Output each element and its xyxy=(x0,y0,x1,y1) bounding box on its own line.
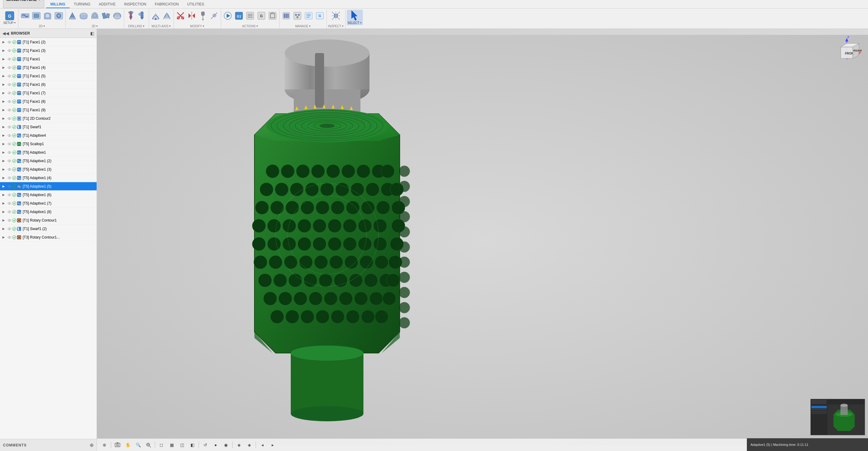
drilling-group-label[interactable]: DRILLING xyxy=(128,25,142,28)
tree-expand-face1-4[interactable]: ▶ xyxy=(2,66,7,69)
eye-icon-adaptive1-2[interactable] xyxy=(7,159,11,163)
manage4-button[interactable]: G xyxy=(314,10,325,22)
tree-expand-rotary-contour1[interactable]: ▶ xyxy=(2,219,7,222)
eye-icon-adaptive1-6[interactable] xyxy=(7,193,11,197)
tree-item-scallop1[interactable]: ▶[T5] Scallop1 xyxy=(0,140,97,148)
tree-expand-face1-3[interactable]: ▶ xyxy=(2,49,7,52)
tree-expand-adaptive1-4[interactable]: ▶ xyxy=(2,176,7,179)
viewport-zoom-fit-button[interactable]: 🔍 xyxy=(133,441,143,449)
viewport-camera-button[interactable]: ◉ xyxy=(221,441,230,449)
eye-icon-face1-2[interactable] xyxy=(7,40,11,44)
inspect-button[interactable] xyxy=(331,10,341,22)
browser-pin-button[interactable]: ◧ xyxy=(90,31,94,36)
eye-icon-adaptive1-4[interactable] xyxy=(7,176,11,180)
2d-bore-button[interactable] xyxy=(53,10,64,22)
3d-pocket-button[interactable] xyxy=(78,10,89,22)
drill-button[interactable] xyxy=(125,10,136,22)
tree-item-adaptive1-4[interactable]: ▶[T5] Adaptive1 (4) xyxy=(0,174,97,182)
tree-item-swarf1-2[interactable]: ▶[T1] Swarf1 (2) xyxy=(0,225,97,233)
multiaxis2-button[interactable] xyxy=(161,10,172,22)
tab-turning[interactable]: TURNING xyxy=(70,1,95,8)
3d-adaptive-button[interactable] xyxy=(67,10,78,22)
tab-utilities[interactable]: UTILITIES xyxy=(183,1,208,8)
viewport-analysis2-button[interactable]: ◈ xyxy=(245,441,254,449)
eye-icon-face1-5[interactable] xyxy=(7,74,11,78)
tree-expand-face1[interactable]: ▶ xyxy=(2,57,7,61)
swarf-button[interactable] xyxy=(100,10,112,22)
tree-expand-adaptive1-3[interactable]: ▶ xyxy=(2,168,7,171)
browser-content[interactable]: ▶[T1] Face1 (2)▶[T1] Face1 (3)▶[T1] Face… xyxy=(0,38,97,439)
2d-adaptive-button[interactable] xyxy=(20,10,31,22)
viewport-render-mode-button[interactable]: ● xyxy=(211,441,220,449)
browser-collapse-button[interactable]: ◀◀ xyxy=(2,31,9,36)
modify-group-label[interactable]: MODIFY xyxy=(190,25,202,28)
eye-icon-adaptive1-7[interactable] xyxy=(7,201,11,205)
tree-expand-adaptive1[interactable]: ▶ xyxy=(2,151,7,154)
tree-expand-face1-9[interactable]: ▶ xyxy=(2,108,7,112)
3d-group-label[interactable]: 3D xyxy=(91,25,95,28)
tree-item-2d-contour2[interactable]: ▶[T1] 2D Contour2 xyxy=(0,114,97,123)
viewport-orbit-button[interactable]: ↺ xyxy=(201,441,210,449)
2d-pocket-button[interactable] xyxy=(31,10,42,22)
actions3-button[interactable]: G xyxy=(256,10,267,22)
drill2-button[interactable] xyxy=(136,10,148,22)
eye-icon-face1-4[interactable] xyxy=(7,65,11,70)
tree-item-adaptive1-7[interactable]: ▶[T5] Adaptive1 (7) xyxy=(0,199,97,207)
tree-expand-face1-8[interactable]: ▶ xyxy=(2,100,7,103)
tree-item-adaptive1-5[interactable]: ▶[T5] Adaptive1 (5) xyxy=(0,182,97,191)
tree-expand-adaptive1-2[interactable]: ▶ xyxy=(2,159,7,163)
pin-button[interactable] xyxy=(197,10,208,22)
tree-item-face1-7[interactable]: ▶[T1] Face1 (7) xyxy=(0,89,97,97)
viewport-analysis1-button[interactable]: ◈ xyxy=(235,441,244,449)
viewport-visual-style-button[interactable]: ▦ xyxy=(167,441,176,449)
tree-expand-face1-6[interactable]: ▶ xyxy=(2,83,7,86)
tree-item-face1[interactable]: ▶[T1] Face1 xyxy=(0,55,97,63)
post-process-button[interactable]: G1 xyxy=(234,10,244,22)
tree-item-adaptive1-6[interactable]: ▶[T5] Adaptive1 (6) xyxy=(0,191,97,199)
tree-expand-face1-5[interactable]: ▶ xyxy=(2,74,7,78)
actions-group-label[interactable]: ACTIONS xyxy=(242,25,256,28)
tree-item-adaptive1-2[interactable]: ▶[T5] Adaptive1 (2) xyxy=(0,157,97,165)
eye-icon-face1[interactable] xyxy=(7,57,11,61)
viewport[interactable]: Z X FRONT RIGHT xyxy=(97,29,868,451)
eye-icon-adaptive4[interactable] xyxy=(7,133,11,138)
tab-additive[interactable]: ADDITIVE xyxy=(94,1,120,8)
manufacture-button[interactable]: MANUFACTURE ▼ xyxy=(3,0,44,8)
tree-item-face1-9[interactable]: ▶[T1] Face1 (9) xyxy=(0,106,97,114)
mirror-button[interactable] xyxy=(186,10,197,22)
eye-icon-adaptive1-8[interactable] xyxy=(7,210,11,214)
viewport-snapshot-button[interactable] xyxy=(113,441,122,449)
tree-expand-adaptive4[interactable]: ▶ xyxy=(2,134,7,137)
eye-icon-swarf1[interactable] xyxy=(7,125,11,129)
comments-add-button[interactable]: ⊕ xyxy=(90,442,94,448)
tree-item-face1-4[interactable]: ▶[T1] Face1 (4) xyxy=(0,63,97,72)
tree-item-adaptive1-8[interactable]: ▶[T5] Adaptive1 (8) xyxy=(0,207,97,216)
eye-icon-face1-6[interactable] xyxy=(7,82,11,87)
tree-item-swarf1[interactable]: ▶[T1] Swarf1 xyxy=(0,123,97,131)
eye-icon-adaptive1-5[interactable] xyxy=(7,184,11,189)
viewport-origin-button[interactable]: ⊕ xyxy=(100,441,109,449)
actions4-button[interactable] xyxy=(267,10,278,22)
nav-cube[interactable]: Z X FRONT RIGHT xyxy=(832,35,862,65)
manage3-button[interactable] xyxy=(303,10,314,22)
scallop-button[interactable] xyxy=(112,10,123,22)
tree-expand-face1-2[interactable]: ▶ xyxy=(2,40,7,44)
tree-expand-swarf1[interactable]: ▶ xyxy=(2,125,7,129)
viewport-zoom-window-button[interactable] xyxy=(144,441,153,449)
eye-icon-face1-7[interactable] xyxy=(7,91,11,95)
tree-item-face1-8[interactable]: ▶[T1] Face1 (8) xyxy=(0,97,97,106)
tree-expand-2d-contour2[interactable]: ▶ xyxy=(2,117,7,120)
select-button[interactable]: SELECT ▼ xyxy=(347,10,363,25)
tab-fabrication[interactable]: FABRICATION xyxy=(151,1,183,8)
tree-expand-adaptive1-8[interactable]: ▶ xyxy=(2,210,7,214)
tree-expand-rotary-contour1-3[interactable]: ▶ xyxy=(2,235,7,239)
eye-icon-face1-3[interactable] xyxy=(7,49,11,53)
eye-icon-2d-contour2[interactable] xyxy=(7,116,11,121)
tab-inspection[interactable]: INSPECTION xyxy=(120,1,151,8)
viewport-display-mode-button[interactable]: ◻ xyxy=(157,441,166,449)
eye-icon-rotary-contour1-3[interactable] xyxy=(7,235,11,239)
tree-expand-face1-7[interactable]: ▶ xyxy=(2,91,7,94)
tree-item-rotary-contour1-3[interactable]: ▶[T3] Rotary Contour1... xyxy=(0,233,97,242)
tree-expand-swarf1-2[interactable]: ▶ xyxy=(2,227,7,230)
tree-item-face1-5[interactable]: ▶[T1] Face1 (5) xyxy=(0,72,97,80)
